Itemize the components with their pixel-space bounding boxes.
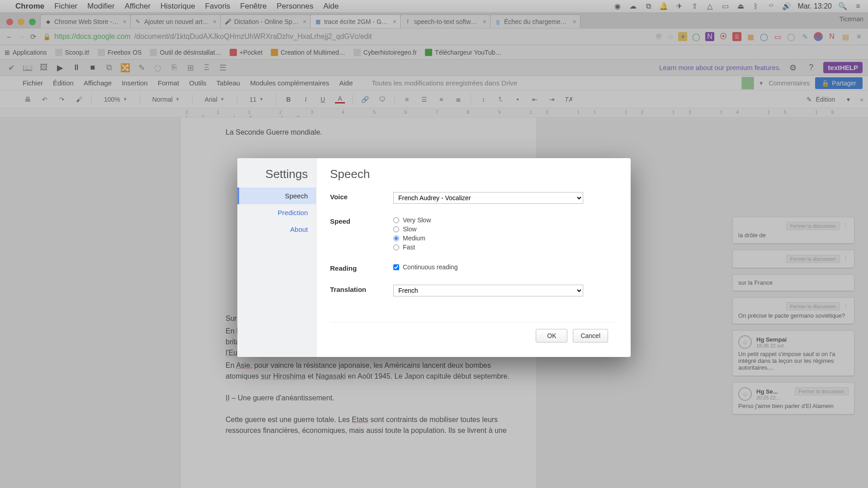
radio-label: Very Slow <box>403 216 431 224</box>
speed-label: Speed <box>330 216 393 225</box>
continuous-reading-checkbox[interactable] <box>393 264 399 270</box>
voice-select[interactable]: French Audrey - Vocalizer <box>393 192 583 204</box>
ok-button[interactable]: OK <box>536 329 567 343</box>
reading-checkbox-row[interactable]: Continuous reading <box>393 263 617 271</box>
settings-tab-prediction[interactable]: Prediction <box>237 204 316 221</box>
modal-main: Speech Voice French Audrey - Vocalizer S… <box>316 158 631 357</box>
modal-sidebar-title: Settings <box>237 158 316 188</box>
reading-label: Reading <box>330 263 393 272</box>
modal-sidebar: Settings Speech Prediction About <box>237 158 316 357</box>
speed-radio-group: Very Slow Slow Medium Fast <box>393 216 617 251</box>
modal-footer: OK Cancel <box>330 322 617 349</box>
settings-modal: Settings Speech Prediction About Speech … <box>237 158 631 357</box>
translation-label: Translation <box>330 285 393 293</box>
checkbox-label: Continuous reading <box>403 263 458 271</box>
radio-input[interactable] <box>393 244 399 250</box>
radio-label: Slow <box>403 225 416 233</box>
radio-label: Medium <box>403 235 425 242</box>
speed-radio-slow[interactable]: Slow <box>393 225 617 233</box>
settings-tab-speech[interactable]: Speech <box>237 188 316 204</box>
cancel-button[interactable]: Cancel <box>573 329 608 343</box>
voice-label: Voice <box>330 192 393 201</box>
modal-overlay: Settings Speech Prediction About Speech … <box>0 0 868 488</box>
speed-radio-medium[interactable]: Medium <box>393 235 617 242</box>
modal-title: Speech <box>330 167 617 181</box>
radio-input[interactable] <box>393 235 399 241</box>
radio-input[interactable] <box>393 217 399 223</box>
speed-radio-veryslow[interactable]: Very Slow <box>393 216 617 224</box>
speed-radio-fast[interactable]: Fast <box>393 244 617 251</box>
settings-tab-about[interactable]: About <box>237 221 316 238</box>
translation-select[interactable]: French <box>393 285 583 296</box>
radio-input[interactable] <box>393 226 399 232</box>
radio-label: Fast <box>403 244 415 251</box>
